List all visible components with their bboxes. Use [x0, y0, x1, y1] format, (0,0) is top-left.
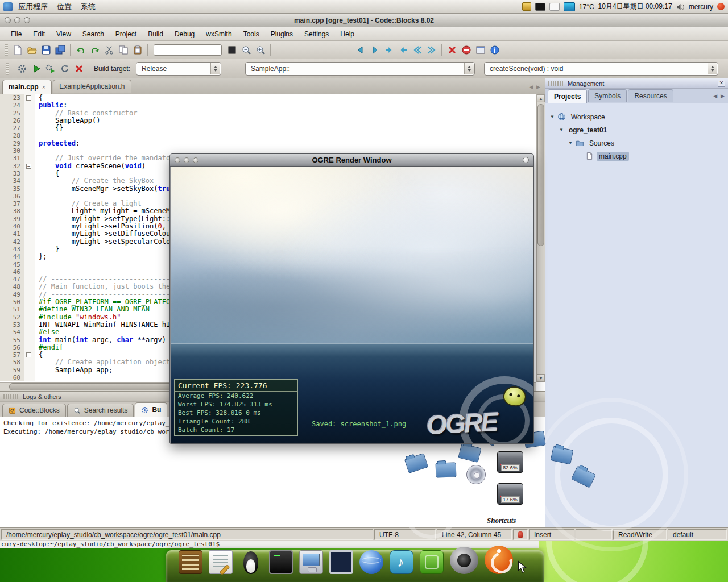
stop-button[interactable] — [459, 43, 473, 57]
line-number[interactable]: 34 — [0, 177, 24, 185]
info-button[interactable] — [487, 43, 502, 57]
management-header[interactable]: Management ✕ — [545, 78, 728, 89]
code-line[interactable]: 25 // Basic constructor — [0, 110, 536, 117]
tab-main-cpp[interactable]: main.cpp× — [2, 80, 52, 94]
line-number[interactable]: 47 — [0, 276, 24, 283]
line-number[interactable]: 35 — [0, 185, 24, 193]
session-icon[interactable] — [717, 3, 725, 10]
tree-item-ogre-test01[interactable]: ▼ogre_test01 — [548, 123, 726, 136]
dock-text-editor[interactable] — [209, 550, 233, 574]
menu-project[interactable]: Project — [110, 28, 142, 40]
ogre-render-window[interactable]: OGRE Render Window Current FPS: 223.776 … — [169, 153, 534, 444]
line-number[interactable]: 40 — [0, 223, 24, 230]
fold-marker-icon[interactable]: − — [26, 95, 31, 101]
line-number[interactable]: 28 — [0, 132, 24, 139]
tab-scroll-left-icon[interactable]: ◀ — [529, 84, 533, 90]
scroll-down-icon[interactable]: ▼ — [537, 374, 545, 382]
combo-stepper-icon[interactable] — [210, 63, 220, 74]
save-button[interactable] — [39, 43, 53, 57]
toolbar-handle[interactable] — [6, 63, 9, 75]
network-applet-icon[interactable] — [564, 2, 575, 11]
goto-implementation-button[interactable] — [396, 43, 410, 57]
jump-forward-button[interactable] — [367, 43, 382, 57]
combo-stepper-icon[interactable] — [708, 63, 717, 74]
abort-button[interactable] — [445, 43, 459, 57]
paste-button[interactable] — [130, 43, 144, 57]
line-number[interactable]: 41 — [0, 230, 24, 238]
menu-help[interactable]: Help — [335, 28, 359, 40]
panel-menu[interactable]: 位置 — [52, 1, 76, 13]
weather-temperature[interactable]: 17°C — [579, 3, 594, 11]
line-number[interactable]: 49 — [0, 291, 24, 298]
menu-edit[interactable]: Edit — [28, 28, 50, 40]
line-number[interactable]: 51 — [0, 306, 24, 313]
vscroll-thumb[interactable] — [537, 104, 544, 246]
menu-wxsmith[interactable]: wxSmith — [201, 28, 237, 40]
zoom-in-button[interactable] — [253, 43, 267, 57]
menu-build[interactable]: Build — [143, 28, 168, 40]
tab-search-results[interactable]: Search results — [67, 404, 134, 417]
menu-view[interactable]: View — [51, 28, 76, 40]
run-button[interactable] — [29, 61, 43, 76]
ogre-shade-button[interactable] — [523, 157, 529, 163]
tab-exampleapplication-h[interactable]: ExampleApplication.h — [53, 80, 131, 93]
open-file-button[interactable] — [24, 43, 39, 57]
ogre-titlebar[interactable]: OGRE Render Window — [170, 154, 533, 167]
line-number[interactable]: 23 — [0, 94, 24, 102]
scroll-up-icon[interactable]: ▲ — [537, 94, 545, 102]
jump-back-button[interactable] — [353, 43, 367, 57]
rebuild-button[interactable] — [57, 61, 72, 76]
codeblocks-titlebar[interactable]: main.cpp [ogre_test01] - Code::Blocks 8.… — [0, 14, 728, 27]
menu-plugins[interactable]: Plugins — [266, 28, 298, 40]
copy-button[interactable] — [116, 43, 130, 57]
tab-code-blocks[interactable]: Code::Blocks — [2, 404, 66, 417]
line-number[interactable]: 59 — [0, 367, 24, 374]
line-number[interactable]: 25 — [0, 110, 24, 117]
line-number[interactable]: 50 — [0, 298, 24, 306]
window-minimize-button[interactable] — [14, 17, 20, 23]
goto-declaration-button[interactable] — [382, 43, 396, 57]
combo-stepper-icon[interactable] — [464, 63, 474, 74]
line-number[interactable]: 54 — [0, 329, 24, 336]
display-applet-icon[interactable] — [535, 3, 545, 11]
tab-projects[interactable]: Projects — [548, 89, 587, 103]
line-number[interactable]: 53 — [0, 321, 24, 329]
search-input[interactable] — [154, 44, 222, 56]
volume-icon[interactable] — [676, 2, 685, 10]
line-number[interactable]: 38 — [0, 207, 24, 215]
code-line[interactable]: 23−{ — [0, 94, 536, 102]
dock-library[interactable] — [179, 550, 202, 574]
mgmt-tab-scroll-left-icon[interactable]: ◀ — [713, 93, 717, 99]
redo-button[interactable] — [88, 43, 102, 57]
line-number[interactable]: 37 — [0, 200, 24, 207]
cd-icon[interactable] — [466, 465, 486, 484]
user-menu[interactable]: mercury — [689, 3, 713, 11]
distro-menu-icon[interactable] — [3, 2, 13, 11]
build-and-run-button[interactable] — [43, 61, 57, 76]
line-number[interactable]: 27 — [0, 124, 24, 132]
browse-back-button[interactable] — [410, 43, 424, 57]
expander-icon[interactable]: ▼ — [550, 114, 555, 119]
ogre-close-button[interactable] — [175, 157, 180, 163]
tab-close-icon[interactable]: × — [42, 84, 46, 90]
menu-file[interactable]: File — [6, 28, 27, 40]
compile-button[interactable] — [15, 61, 29, 76]
line-number[interactable]: 46 — [0, 268, 24, 276]
line-number[interactable]: 29 — [0, 140, 24, 147]
ogre-maximize-button[interactable] — [193, 157, 198, 163]
menu-settings[interactable]: Settings — [299, 28, 334, 40]
tab-bu[interactable]: Bu — [135, 402, 167, 417]
line-number[interactable]: 58 — [0, 359, 24, 366]
window-applet-icon[interactable] — [549, 3, 560, 11]
window-maximize-button[interactable] — [24, 17, 30, 23]
fold-marker-icon[interactable]: − — [26, 164, 31, 169]
mgmt-tab-scroll-right-icon[interactable]: ▶ — [721, 93, 725, 99]
line-number[interactable]: 48 — [0, 283, 24, 290]
line-number[interactable]: 30 — [0, 147, 24, 155]
management-grip[interactable] — [548, 81, 564, 86]
clock[interactable]: 10月4日星期日 00:09:17 — [598, 2, 672, 11]
dock-ubuntu[interactable] — [485, 546, 513, 574]
line-number[interactable]: 45 — [0, 261, 24, 268]
tree-item-workspace[interactable]: ▼Workspace — [548, 110, 726, 123]
line-number[interactable]: 39 — [0, 215, 24, 223]
